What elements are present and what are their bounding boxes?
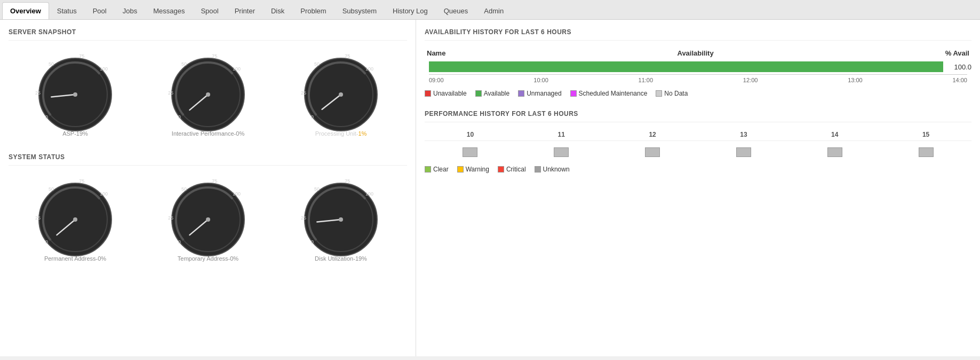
svg-text:25: 25 [300, 215, 306, 221]
gauge-top-2: 0255075100 Processing Unit-1% [298, 49, 384, 143]
tab-problem[interactable]: Problem [292, 2, 334, 19]
svg-point-48 [206, 217, 210, 222]
svg-text:75: 75 [345, 53, 350, 59]
avail-time-label: 13:00 [848, 77, 863, 83]
tab-history-log[interactable]: History Log [385, 2, 436, 19]
svg-text:25: 25 [168, 215, 173, 221]
tab-messages[interactable]: Messages [145, 2, 193, 19]
bottom-gauges-row: 0255075100 Permanent Address-0% 02550751… [9, 174, 407, 268]
left-panel: SERVER SNAPSHOT 0255075100 ASP-19% 02550… [0, 20, 416, 356]
tab-queues[interactable]: Queues [436, 2, 476, 19]
svg-text:25: 25 [168, 90, 173, 96]
svg-text:75: 75 [79, 53, 84, 59]
perf-legend-color [457, 166, 464, 173]
perf-hour-label: 14 [831, 131, 838, 138]
top-gauges-row: 0255075100 ASP-19% 0255075100 Interactiv… [9, 49, 407, 143]
svg-text:ASP-19%: ASP-19% [62, 130, 88, 137]
perf-hour-label: 12 [649, 131, 656, 138]
avail-legend: Unavailable Available Unmanaged Schedule… [425, 90, 971, 97]
perf-legend: Clear Warning Critical Unknown [425, 166, 971, 173]
svg-point-18 [206, 92, 210, 97]
tab-disk[interactable]: Disk [263, 2, 292, 19]
perf-section: PERFORMANCE HISTORY FOR LAST 6 HOURS 101… [425, 110, 971, 173]
main-content: SERVER SNAPSHOT 0255075100 ASP-19% 02550… [0, 20, 980, 356]
svg-text:Disk Utilization-19%: Disk Utilization-19% [315, 255, 367, 262]
perf-legend-item: Critical [498, 166, 526, 173]
avail-table-header: Name Availability % Avail [425, 49, 971, 57]
svg-text:50: 50 [314, 61, 319, 67]
svg-text:100: 100 [365, 66, 373, 72]
perf-title: PERFORMANCE HISTORY FOR LAST 6 HOURS [425, 110, 971, 122]
svg-text:75: 75 [212, 53, 217, 59]
perf-hour-label: 11 [558, 131, 565, 138]
tab-bar: OverviewStatusPoolJobsMessagesSpoolPrint… [0, 0, 980, 20]
right-panel: AVAILABILITY HISTORY FOR LAST 6 HOURS Na… [416, 20, 980, 356]
tab-status[interactable]: Status [49, 2, 85, 19]
svg-text:0: 0 [178, 114, 180, 120]
svg-point-38 [73, 217, 77, 222]
legend-color [570, 90, 577, 97]
svg-text:25: 25 [300, 90, 306, 96]
gauge-bottom-0: 0255075100 Permanent Address-0% [33, 174, 118, 268]
svg-text:50: 50 [181, 186, 186, 192]
svg-text:75: 75 [79, 178, 84, 184]
svg-text:50: 50 [48, 61, 53, 67]
legend-label: Scheduled Maintenance [579, 90, 648, 97]
perf-legend-label: Unknown [543, 166, 570, 173]
svg-point-8 [73, 92, 77, 97]
perf-bar-item [736, 147, 751, 157]
perf-legend-item: Unknown [535, 166, 570, 173]
gauge-bottom-1: 0255075100 Temporary Address-0% [165, 174, 251, 268]
gauge-top-1: 0255075100 Interactive Performance-0% [165, 49, 251, 143]
perf-bar-item [827, 147, 842, 157]
svg-point-58 [339, 217, 343, 222]
system-status-title: SYSTEM STATUS [9, 153, 407, 166]
tab-jobs[interactable]: Jobs [115, 2, 145, 19]
legend-color [425, 90, 431, 97]
svg-text:50: 50 [181, 61, 186, 67]
perf-bar-item [645, 147, 660, 157]
svg-text:0: 0 [310, 239, 313, 245]
perf-legend-color [498, 166, 504, 173]
avail-legend-item: No Data [656, 90, 688, 97]
tab-subsystem[interactable]: Subsystem [334, 2, 385, 19]
system-status-section: SYSTEM STATUS 0255075100 Permanent Addre… [9, 153, 407, 268]
svg-text:25: 25 [35, 90, 40, 96]
tab-admin[interactable]: Admin [476, 2, 512, 19]
tab-printer[interactable]: Printer [227, 2, 263, 19]
avail-bar-row: 100.0 [425, 61, 971, 72]
tab-spool[interactable]: Spool [193, 2, 226, 19]
avail-bar-green [429, 61, 943, 72]
svg-text:Permanent Address-0%: Permanent Address-0% [44, 255, 106, 262]
avail-title: AVAILABILITY HISTORY FOR LAST 6 HOURS [425, 28, 971, 41]
legend-label: Unavailable [433, 90, 467, 97]
avail-legend-item: Scheduled Maintenance [570, 90, 648, 97]
svg-text:50: 50 [48, 186, 53, 192]
svg-text:100: 100 [365, 191, 373, 197]
avail-time-label: 11:00 [639, 77, 654, 83]
svg-text:50: 50 [314, 186, 319, 192]
avail-time-label: 14:00 [952, 77, 967, 83]
avail-legend-item: Unmanaged [518, 90, 561, 97]
perf-legend-label: Critical [506, 166, 526, 173]
availability-section: AVAILABILITY HISTORY FOR LAST 6 HOURS Na… [425, 28, 971, 97]
server-snapshot-title: SERVER SNAPSHOT [9, 28, 407, 41]
legend-color [656, 90, 662, 97]
svg-text:25: 25 [35, 215, 40, 221]
perf-bar-item [463, 147, 477, 157]
legend-color [475, 90, 482, 97]
svg-text:0: 0 [310, 114, 313, 120]
perf-legend-item: Warning [457, 166, 489, 173]
legend-label: Unmanaged [527, 90, 561, 97]
tab-pool[interactable]: Pool [85, 2, 115, 19]
avail-bar-wrap [429, 61, 943, 72]
svg-text:100: 100 [233, 66, 241, 72]
avail-pct-value: 100.0 [947, 63, 971, 71]
svg-text:0: 0 [45, 239, 47, 245]
svg-text:0: 0 [45, 114, 47, 120]
tab-overview[interactable]: Overview [2, 2, 49, 19]
avail-time-label: 09:00 [429, 77, 444, 83]
perf-legend-label: Warning [466, 166, 489, 173]
perf-bar-item [554, 147, 569, 157]
perf-legend-color [535, 166, 541, 173]
